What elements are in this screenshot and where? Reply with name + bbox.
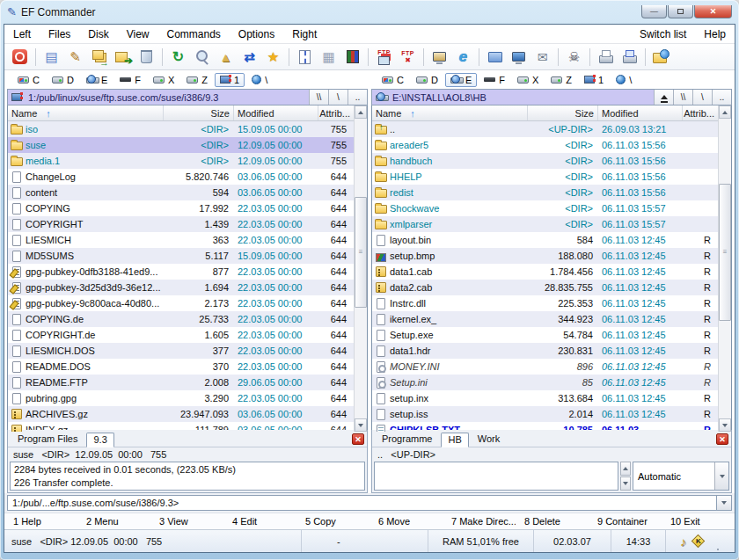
function-key-button[interactable]: 5 Copy — [296, 516, 370, 527]
column-header-modified[interactable]: Modified — [234, 105, 318, 120]
toolbar-button-my-computer[interactable] — [507, 46, 530, 69]
root-backslash-button[interactable]: \ — [328, 90, 348, 105]
drive-button-D[interactable]: D — [411, 73, 443, 87]
column-header-name[interactable]: Name↑ — [8, 105, 164, 120]
file-row[interactable]: media.1 <DIR> 12.09.05 00:00 755 — [8, 153, 354, 169]
title-bar[interactable]: ✎ EF Commander — ✕ — [4, 0, 735, 24]
function-key-button[interactable]: 9 Container — [589, 516, 662, 527]
file-row[interactable]: handbuch <DIR> 06.11.03 15:56 — [372, 153, 718, 169]
folder-tab[interactable]: Program Files — [11, 432, 84, 447]
column-header-modified[interactable]: Modified — [598, 105, 683, 120]
toolbar-button-copy[interactable] — [87, 46, 111, 69]
sound-icon[interactable]: ♪ — [680, 535, 686, 549]
toolbar-button-printer[interactable] — [594, 46, 618, 69]
drive-button-C[interactable]: C — [12, 73, 45, 87]
toolbar-button-favorites-star[interactable] — [261, 46, 285, 69]
toolbar-button-split-file[interactable] — [293, 46, 317, 69]
file-row[interactable]: gpg-pubkey-9c800aca-40d80... 2.173 22.03… — [8, 295, 354, 311]
toolbar-button-quick-view[interactable] — [40, 46, 63, 69]
menu-item[interactable]: Help — [695, 25, 735, 43]
spin-up-button[interactable] — [620, 462, 631, 476]
file-row[interactable]: MONEY.INI 896 06.11.03 12:45 R — [372, 359, 718, 375]
toolbar-button-folder[interactable] — [483, 46, 507, 69]
function-key-button[interactable]: 2 Menu — [77, 516, 150, 527]
toolbar-button-edit[interactable] — [63, 46, 87, 69]
menu-item[interactable]: Options — [230, 25, 283, 43]
file-row[interactable]: suse <DIR> 12.09.05 00:00 755 — [8, 137, 354, 153]
file-row[interactable]: iso <DIR> 15.09.05 00:00 755 — [8, 121, 354, 137]
file-row[interactable]: redist <DIR> 06.11.03 15:56 — [372, 185, 718, 200]
file-row[interactable]: gpg-pubkey-3d25d3d9-36e12... 1.694 22.03… — [8, 280, 354, 295]
column-header-size[interactable]: Size — [164, 105, 234, 120]
column-header-attrib[interactable]: Attrib... — [318, 105, 354, 120]
file-row[interactable]: data1.hdr 230.831 06.11.03 12:45 R — [372, 343, 718, 359]
drive-button-E[interactable]: E — [81, 73, 113, 87]
chevron-down-icon[interactable] — [714, 462, 728, 490]
function-key-button[interactable]: 3 View — [150, 516, 223, 527]
drive-button-\[interactable]: \ — [611, 73, 637, 87]
folder-tab[interactable]: 9.3 — [86, 433, 113, 447]
command-history-dropdown[interactable] — [717, 495, 732, 511]
file-row[interactable]: setup.iss 2.014 06.11.03 12:45 R — [372, 406, 718, 422]
file-row[interactable]: ChangeLog 5.820.746 03.06.05 00:00 644 — [8, 169, 354, 185]
toolbar-button-ftp-connect[interactable] — [372, 46, 396, 69]
column-header-attrib[interactable]: Attrib... — [683, 105, 718, 120]
toolbar-button-web-folder[interactable] — [649, 46, 673, 69]
right-scrollbar[interactable]: ≡ — [718, 105, 731, 432]
drive-button-F[interactable]: F — [479, 73, 510, 87]
parent-dir-button[interactable]: .. — [348, 90, 367, 105]
toolbar-button-ftp-disconnect[interactable] — [396, 46, 420, 69]
function-key-button[interactable]: 7 Make Direc... — [443, 516, 516, 527]
file-row[interactable]: data2.cab 28.835.755 06.11.03 12:45 R — [372, 280, 718, 295]
file-row[interactable]: COPYRIGHT 1.439 22.03.05 00:00 644 — [8, 216, 354, 232]
left-scrollbar[interactable]: ≡ — [354, 105, 367, 432]
toolbar-button-search[interactable] — [190, 46, 214, 69]
toolbar-button-virus-scan[interactable] — [562, 46, 586, 69]
toolbar-button-[interactable] — [554, 46, 562, 69]
file-row[interactable]: Setup.ini 85 06.11.03 12:45 R — [372, 375, 718, 390]
close-button[interactable]: ✕ — [694, 5, 732, 18]
file-row[interactable]: LIESMICH.DOS 377 22.03.05 00:00 644 — [8, 343, 354, 359]
toolbar-button-[interactable] — [364, 46, 372, 69]
file-row[interactable]: MD5SUMS 5.117 15.09.05 00:00 644 — [8, 248, 354, 264]
file-row[interactable]: xmlparser <DIR> 06.11.03 15:57 — [372, 216, 718, 232]
file-row[interactable]: layout.bin 584 06.11.03 12:45 R — [372, 232, 718, 248]
folder-tab[interactable]: Programme — [375, 432, 439, 447]
root-backslash-button[interactable]: \ — [692, 90, 712, 105]
toolbar-button-printer-setup[interactable] — [618, 46, 641, 69]
close-tab-button[interactable]: ✕ — [716, 433, 728, 445]
column-header-name[interactable]: Name↑ — [372, 105, 528, 120]
column-header-size[interactable]: Size — [528, 105, 598, 120]
scroll-up-button[interactable] — [719, 105, 731, 119]
toolbar-button-[interactable] — [586, 46, 594, 69]
eject-button[interactable] — [654, 90, 673, 105]
drive-button-X[interactable]: X — [148, 73, 179, 87]
file-row[interactable]: .. <UP-DIR> 26.09.03 13:21 — [372, 121, 718, 137]
file-row[interactable]: README.DOS 370 22.03.05 00:00 644 — [8, 359, 354, 375]
file-row[interactable]: areader5 <DIR> 06.11.03 15:56 — [372, 137, 718, 153]
menu-item[interactable]: Right — [283, 25, 326, 43]
file-row[interactable]: COPYING.de 25.733 22.03.05 00:00 644 — [8, 311, 354, 327]
file-row[interactable]: ikernel.ex_ 344.923 06.11.03 12:45 R — [372, 311, 718, 327]
toolbar-button-sync[interactable] — [238, 46, 261, 69]
function-key-button[interactable]: 8 Delete — [516, 516, 589, 527]
file-row[interactable]: HHELP <DIR> 06.11.03 15:56 — [372, 169, 718, 185]
drive-button-X[interactable]: X — [512, 73, 544, 87]
function-key-button[interactable]: 6 Move — [370, 516, 443, 527]
drive-button-F[interactable]: F — [114, 73, 146, 87]
toolbar-button-power-off[interactable] — [8, 46, 32, 69]
file-row[interactable]: COPYING 17.992 22.03.05 00:00 644 — [8, 200, 354, 216]
file-row[interactable]: LIESMICH 363 22.03.05 00:00 644 — [8, 232, 354, 248]
drive-button-C[interactable]: C — [377, 73, 409, 87]
toolbar-button-books[interactable] — [340, 46, 364, 69]
drive-button-D[interactable]: D — [47, 73, 79, 87]
menu-item[interactable]: Files — [40, 25, 79, 43]
menu-item[interactable]: Disk — [79, 25, 117, 43]
toolbar-button-[interactable] — [158, 46, 166, 69]
menu-item[interactable]: Switch list — [631, 25, 695, 43]
file-row[interactable]: README.FTP 2.008 29.06.05 00:00 644 — [8, 375, 354, 390]
maximize-button[interactable] — [668, 5, 693, 18]
root-double-backslash-button[interactable]: \\ — [673, 90, 692, 105]
menu-item[interactable]: Left — [4, 25, 40, 43]
drive-button-E[interactable]: E — [445, 73, 477, 87]
